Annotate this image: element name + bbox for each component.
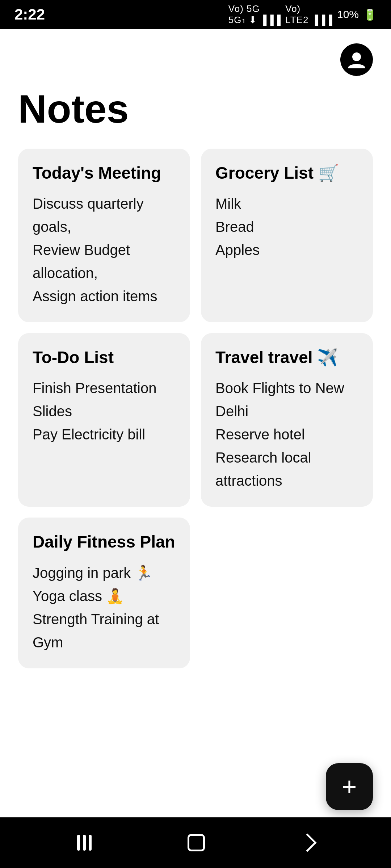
add-note-button[interactable]: + bbox=[326, 763, 373, 810]
notes-grid: Today's Meeting Discuss quarterly goals,… bbox=[18, 149, 373, 668]
note-body-grocery-list: MilkBreadApples bbox=[215, 192, 358, 261]
note-title-grocery-list: Grocery List 🛒 bbox=[215, 163, 358, 183]
signal-indicator: Vo) 5G5G₁ ⬇ ▐▐▐ bbox=[228, 3, 281, 26]
nav-back[interactable] bbox=[301, 836, 314, 849]
battery-indicator: 10% bbox=[337, 8, 359, 21]
note-title-todo-list: To-Do List bbox=[33, 348, 176, 367]
note-title-fitness: Daily Fitness Plan bbox=[33, 532, 176, 552]
note-card-todo-list[interactable]: To-Do List Finish Presentation SlidesPay… bbox=[18, 333, 190, 507]
nav-home[interactable] bbox=[188, 834, 205, 851]
status-icons: Vo) 5G5G₁ ⬇ ▐▐▐ Vo)LTE2 ▐▐▐ 10% 🔋 bbox=[228, 3, 377, 26]
svg-point-0 bbox=[352, 52, 361, 61]
page-title: Notes bbox=[18, 87, 373, 131]
note-body-todays-meeting: Discuss quarterly goals,Review Budget al… bbox=[33, 192, 176, 308]
note-card-travel[interactable]: Travel travel ✈️ Book Flights to New Del… bbox=[201, 333, 373, 507]
note-card-grocery-list[interactable]: Grocery List 🛒 MilkBreadApples bbox=[201, 149, 373, 322]
profile-row bbox=[18, 43, 373, 76]
profile-avatar[interactable] bbox=[340, 43, 373, 76]
note-body-todo-list: Finish Presentation SlidesPay Electricit… bbox=[33, 376, 176, 446]
nav-recent-apps[interactable] bbox=[77, 835, 92, 851]
bottom-nav bbox=[0, 817, 391, 868]
status-bar: 2:22 Vo) 5G5G₁ ⬇ ▐▐▐ Vo)LTE2 ▐▐▐ 10% 🔋 bbox=[0, 0, 391, 29]
note-body-travel: Book Flights to New DelhiReserve hotelRe… bbox=[215, 376, 358, 492]
note-title-travel: Travel travel ✈️ bbox=[215, 348, 358, 367]
lte-indicator: Vo)LTE2 ▐▐▐ bbox=[285, 3, 333, 26]
note-body-fitness: Jogging in park 🏃Yoga class 🧘Strength Tr… bbox=[33, 561, 176, 654]
battery-icon: 🔋 bbox=[363, 8, 377, 21]
add-icon: + bbox=[342, 774, 357, 799]
note-title-todays-meeting: Today's Meeting bbox=[33, 163, 176, 183]
main-content: Notes Today's Meeting Discuss quarterly … bbox=[0, 29, 391, 683]
note-card-todays-meeting[interactable]: Today's Meeting Discuss quarterly goals,… bbox=[18, 149, 190, 322]
status-time: 2:22 bbox=[14, 6, 45, 23]
note-card-fitness[interactable]: Daily Fitness Plan Jogging in park 🏃Yoga… bbox=[18, 518, 190, 668]
